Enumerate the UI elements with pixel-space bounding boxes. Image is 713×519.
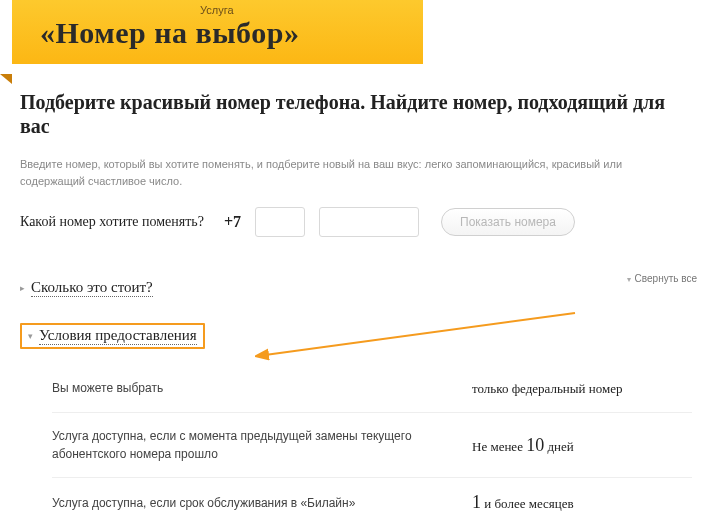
table-row: Услуга доступна, если с момента предыдущ…: [52, 413, 692, 478]
svg-line-0: [265, 313, 575, 355]
show-numbers-button[interactable]: Показать номера: [441, 208, 575, 236]
chevron-down-icon: ▾: [28, 331, 33, 341]
terms-row-value: 1 и более месяцев: [442, 478, 692, 520]
lead-heading: Подберите красивый номер телефона. Найди…: [20, 90, 695, 138]
hero-banner: Услуга «Номер на выбор»: [12, 0, 423, 64]
ribbon-tail-decor: [0, 74, 12, 84]
annotation-arrow-icon: [255, 311, 585, 371]
accordion-terms-label: Условия предоставления: [39, 327, 197, 345]
accordion-terms[interactable]: ▾ Условия предоставления: [20, 323, 205, 349]
table-row: Услуга доступна, если срок обслуживания …: [52, 478, 692, 520]
hint-text: Введите номер, который вы хотите поменят…: [20, 156, 660, 189]
accordion-cost-label: Сколько это стоит?: [31, 279, 153, 297]
accordion-cost[interactable]: ▸ Сколько это стоит?: [20, 273, 695, 303]
terms-row-value: Не менее 10 дней: [442, 413, 692, 478]
terms-row-label: Услуга доступна, если с момента предыдущ…: [52, 413, 442, 478]
phone-number-input[interactable]: [319, 207, 419, 237]
service-category: Услуга: [200, 4, 395, 16]
terms-row-label: Услуга доступна, если срок обслуживания …: [52, 478, 442, 520]
number-form: Какой номер хотите поменять? +7 Показать…: [20, 207, 695, 237]
form-label: Какой номер хотите поменять?: [20, 214, 204, 230]
chevron-right-icon: ▸: [20, 283, 25, 293]
terms-table: Вы можете выбрать только федеральный ном…: [52, 363, 692, 519]
phone-code-input[interactable]: [255, 207, 305, 237]
collapse-all-link[interactable]: Свернуть все: [627, 273, 697, 284]
phone-prefix: +7: [224, 213, 241, 231]
page-title: «Номер на выбор»: [40, 16, 395, 50]
